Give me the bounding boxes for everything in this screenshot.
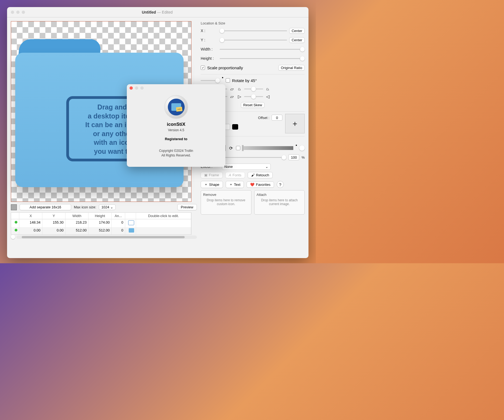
persp-v-slider[interactable] [244,96,263,97]
horizontal-scrollbar[interactable] [16,236,197,239]
visibility-dot-icon[interactable] [15,229,17,231]
color-enable-checkbox[interactable] [236,146,240,150]
minimize-icon [135,86,138,90]
table-row[interactable]: 148.34 155.30 216.23 174.00 0 [11,219,191,227]
about-version: Version 4.5 [168,128,184,132]
original-ratio-button[interactable]: Original Ratio [278,65,305,71]
col-y[interactable]: Y [42,213,65,219]
y-center-button[interactable]: Center [289,37,305,43]
reload-icon[interactable]: ⟳ [228,145,234,151]
about-copyright: Copyright ©2024 Trollin All Rights Reser… [159,149,193,158]
rotate45-label: Rotate by 45° [232,78,257,83]
x-label: X : [201,29,218,33]
layer-table: X Y Width Height An... Double-click to e… [11,212,191,235]
pct-label: % [301,155,305,159]
frame-button[interactable]: ▣Frame [201,172,223,178]
about-window: Hello iconStiX Version 4.5 Registered to… [127,84,225,167]
scale-prop-checkbox[interactable]: ✓ [201,65,205,70]
scale-prop-label: Scale proportionally [207,65,243,70]
edited-marker: — Edited [157,10,173,14]
remove-label: Remove [203,193,249,197]
remove-drop-zone[interactable]: Remove Drop items here to remove custom … [201,190,251,215]
brush-icon: 🖌 [251,173,255,177]
add-shape-button[interactable]: ＋ Shape [201,181,223,188]
persp-right-icon: ◁ [265,93,271,99]
color-gradient[interactable] [242,146,293,150]
bg-color-swatch[interactable] [11,204,17,210]
col-width[interactable]: Width [65,213,89,219]
frame-icon: ▣ [204,173,207,177]
app-icon: Hello [164,95,188,119]
skew-down-icon: ▱ [229,93,235,99]
height-slider[interactable] [220,58,305,59]
persp-left-icon: ▷ [237,93,242,99]
shadow-color-swatch[interactable] [232,124,238,130]
retouch-button[interactable]: 🖌Retouch [248,172,273,178]
section-location-size: Location & Size [201,21,305,25]
x-center-button[interactable]: Center [289,28,305,34]
color-knob[interactable] [299,145,305,151]
zoom-icon[interactable] [22,11,25,14]
max-icon-select[interactable]: 1024 ⌄ [99,204,116,210]
visibility-dot-icon[interactable] [15,221,17,224]
minimize-icon[interactable] [16,11,20,14]
frame-thumb-icon [128,220,134,225]
height-label: Height : [201,56,218,61]
x-slider[interactable] [220,30,287,31]
help-button[interactable]: ? [277,181,284,188]
max-icon-label: Max icon size: [74,205,96,209]
opacity-input[interactable] [288,154,299,160]
heart-icon: ❤️ [250,183,254,187]
persp-h-slider[interactable] [244,89,263,89]
reset-skew-button[interactable]: Reset Skew [241,102,264,108]
skew-right-icon: ▱ [229,86,235,92]
fonts-button[interactable]: AFonts [225,172,245,178]
zoom-icon [140,86,144,90]
favorites-button[interactable]: ❤️ Favorites [247,181,274,188]
persp-top-icon: ⏢ [237,86,242,92]
width-slider[interactable] [220,49,305,50]
about-registered: Registered to [165,137,187,141]
attach-label: Attach [257,193,303,197]
close-icon[interactable] [11,11,14,14]
table-row[interactable]: 0.00 0.00 512.00 512.00 0 [11,227,191,234]
zoom-knob[interactable] [11,235,15,239]
attach-msg: Drop items here to attach current image. [257,198,303,206]
add-text-button[interactable]: ＋ Text [226,181,244,188]
close-icon[interactable] [130,86,133,90]
about-titlebar [127,84,225,92]
window-title: Untitled — Edited [25,10,289,14]
attach-drop-zone[interactable]: Attach Drop items here to attach current… [254,190,305,215]
col-height[interactable]: Height [89,213,112,219]
offset-label: Offset : [258,116,269,120]
width-label: Width : [201,47,218,51]
preview-button[interactable]: Preview [177,204,197,210]
titlebar: Untitled — Edited [7,7,308,17]
add-element-button[interactable]: ＋ [285,114,305,133]
effect-select[interactable]: None⌄ [222,164,271,170]
title-text: Untitled [142,10,156,14]
y-slider[interactable] [220,40,287,40]
col-x[interactable]: X [19,213,42,219]
col-angle[interactable]: An... [112,213,125,219]
y-label: Y : [201,38,218,42]
font-icon: A [229,173,231,177]
rotate45-checkbox[interactable] [226,78,230,83]
rotation-slider[interactable] [201,80,220,81]
about-app-name: iconStiX [167,122,185,127]
offset-input[interactable] [272,115,282,121]
col-edit-hint: Double-click to edit. [136,213,191,219]
persp-bottom-icon: ⏢ [265,86,271,92]
folder-thumb-icon [129,228,134,233]
add-separate-button[interactable]: Add separate 16x16 [20,204,71,210]
traffic-lights [11,11,25,14]
remove-msg: Drop items here to remove custom icon. [203,198,249,206]
opacity-slider[interactable] [222,157,286,158]
